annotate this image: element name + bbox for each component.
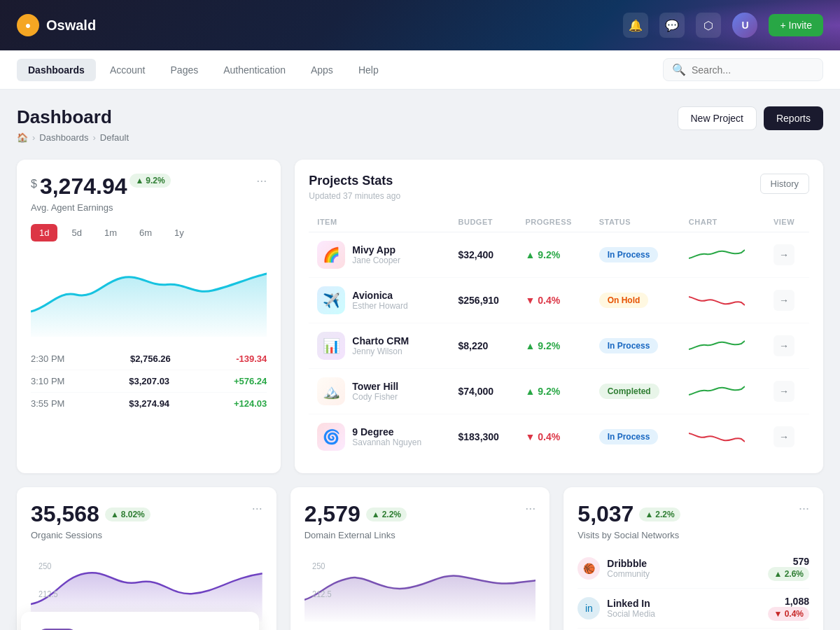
project-budget-0: $32,400 xyxy=(450,232,517,278)
nav-item-account[interactable]: Account xyxy=(99,59,157,81)
project-status-2: In Process xyxy=(591,323,680,369)
time-filters: 1d 5d 1m 6m 1y xyxy=(31,224,267,241)
social-badge-1: ▼ 0.4% xyxy=(768,607,809,621)
stat-row-1: 2:30 PM $2,756.26 -139.34 xyxy=(31,348,267,370)
topbar: ● Oswald 🔔 💬 ⬡ U + Invite xyxy=(0,0,840,50)
home-icon: 🏠 xyxy=(17,132,28,143)
project-status-3: Completed xyxy=(591,369,680,414)
filter-5d[interactable]: 5d xyxy=(63,224,90,241)
project-view-3[interactable]: → xyxy=(765,369,809,414)
stat-time-1: 2:30 PM xyxy=(31,354,64,364)
nav-item-dashboards[interactable]: Dashboards xyxy=(17,59,96,81)
project-view-1[interactable]: → xyxy=(765,278,809,323)
avatar[interactable]: U xyxy=(732,13,757,38)
stat-change-1: -139.34 xyxy=(236,354,267,364)
stat-row-2: 3:10 PM $3,207.03 +576.24 xyxy=(31,370,267,393)
projects-header: Projects Stats Updated 37 minutes ago Hi… xyxy=(309,174,809,201)
top-row: $ 3,274.94 ▲ 9.2% Avg. Agent Earnings ··… xyxy=(17,160,823,473)
projects-updated: Updated 37 minutes ago xyxy=(309,191,400,201)
share-icon[interactable]: ⬡ xyxy=(696,13,721,38)
brand-logo: ● xyxy=(17,14,39,36)
col-item: ITEM xyxy=(309,212,449,232)
table-row: ✈️ Avionica Esther Howard $256,910 ▼ 0.4… xyxy=(309,278,809,323)
project-budget-2: $8,220 xyxy=(450,323,517,369)
col-budget: BUDGET xyxy=(450,212,517,232)
svg-text:212.5: 212.5 xyxy=(312,589,332,598)
project-view-2[interactable]: → xyxy=(765,323,809,369)
new-project-button[interactable]: New Project xyxy=(678,106,757,130)
invite-button[interactable]: + Invite xyxy=(769,14,823,36)
social-count-1: 1,088 xyxy=(768,596,809,607)
external-count: 2,579 ▲ 2.2% xyxy=(304,501,407,527)
project-progress-3: ▲ 9.2% xyxy=(517,369,590,414)
stat-amount-2: $3,207.03 xyxy=(129,376,169,386)
topbar-right: 🔔 💬 ⬡ U + Invite xyxy=(623,13,823,38)
social-type-1: Social Media xyxy=(607,609,768,619)
project-progress-0: ▲ 9.2% xyxy=(517,232,590,278)
stat-amount-1: $2,756.26 xyxy=(130,354,171,364)
social-icon-1: in xyxy=(578,597,600,620)
col-status: STATUS xyxy=(591,212,680,232)
project-progress-2: ▲ 9.2% xyxy=(517,323,590,369)
project-progress-4: ▼ 0.4% xyxy=(517,414,590,460)
earnings-amount: $ 3,274.94 ▲ 9.2% xyxy=(31,174,171,200)
page-content: Dashboard 🏠 › Dashboards › Default New P… xyxy=(0,90,840,630)
history-button[interactable]: History xyxy=(760,174,809,194)
table-row: 🌀 9 Degree Savannah Nguyen $183,300 ▼ 0.… xyxy=(309,414,809,460)
sessions-badge: ▲ 8.02% xyxy=(105,507,150,522)
social-count: 5,037 ▲ 2.2% xyxy=(578,501,680,527)
projects-title: Projects Stats xyxy=(309,174,400,188)
brand: ● Oswald xyxy=(17,14,96,36)
search-icon: 🔍 xyxy=(672,63,686,76)
table-row: 📊 Charto CRM Jenny Wilson $8,220 ▲ 9.2% … xyxy=(309,323,809,369)
external-more-button[interactable]: ··· xyxy=(525,501,536,516)
external-label: Domain External Links xyxy=(304,530,407,540)
stat-change-3: +124.03 xyxy=(234,398,267,409)
stat-change-2: +576.24 xyxy=(234,376,267,386)
nav-item-authentication[interactable]: Authentication xyxy=(212,59,297,81)
social-row-dribbble: 🏀 Dribbble Community 579 ▲ 2.6% xyxy=(578,549,809,589)
search-box: 🔍 xyxy=(663,58,823,81)
chat-icon[interactable]: 💬 xyxy=(659,13,685,38)
social-card: 5,037 ▲ 2.2% Visits by Social Networks ·… xyxy=(564,487,823,630)
reports-button[interactable]: Reports xyxy=(764,106,823,130)
filter-1m[interactable]: 1m xyxy=(96,224,125,241)
social-name-1: Linked In xyxy=(607,598,768,609)
stat-time-2: 3:10 PM xyxy=(31,376,64,386)
filter-6m[interactable]: 6m xyxy=(131,224,160,241)
social-more-button[interactable]: ··· xyxy=(799,501,809,516)
filter-1y[interactable]: 1y xyxy=(166,224,192,241)
notifications-icon[interactable]: 🔔 xyxy=(623,13,648,38)
nav-item-pages[interactable]: Pages xyxy=(160,59,210,81)
project-chart-2 xyxy=(680,323,765,369)
nav-item-apps[interactable]: Apps xyxy=(300,59,344,81)
page-title-section: Dashboard 🏠 › Dashboards › Default xyxy=(17,106,129,143)
more-options-button[interactable]: ··· xyxy=(256,174,267,188)
project-item-2: 📊 Charto CRM Jenny Wilson xyxy=(309,323,449,369)
svg-text:250: 250 xyxy=(312,561,326,570)
sessions-count: 35,568 ▲ 8.02% xyxy=(31,501,150,527)
stat-rows: 2:30 PM $2,756.26 -139.34 3:10 PM $3,207… xyxy=(31,348,267,414)
social-count-0: 579 xyxy=(768,556,809,567)
search-input[interactable] xyxy=(692,64,814,76)
project-item-4: 🌀 9 Degree Savannah Nguyen xyxy=(309,414,449,460)
project-status-4: In Process xyxy=(591,414,680,460)
col-chart: CHART xyxy=(680,212,765,232)
sessions-more-button[interactable]: ··· xyxy=(252,501,262,516)
project-view-0[interactable]: → xyxy=(765,232,809,278)
svg-text:250: 250 xyxy=(38,561,52,570)
brand-name: Oswald xyxy=(46,18,96,34)
project-chart-0 xyxy=(680,232,765,278)
external-chart: 250 212.5 xyxy=(304,552,536,622)
earnings-badge-value: 9.2% xyxy=(146,176,164,186)
earnings-card: $ 3,274.94 ▲ 9.2% Avg. Agent Earnings ··… xyxy=(17,160,281,473)
breadcrumb-dashboards[interactable]: Dashboards xyxy=(39,132,88,143)
filter-1d[interactable]: 1d xyxy=(31,224,57,241)
sessions-chart: 250 212.5 xyxy=(31,552,262,622)
social-type-0: Community xyxy=(607,569,768,579)
nav-item-help[interactable]: Help xyxy=(347,59,390,81)
project-view-4[interactable]: → xyxy=(765,414,809,460)
external-badge: ▲ 2.2% xyxy=(366,507,407,522)
bottom-row: 35,568 ▲ 8.02% Organic Sessions ··· xyxy=(17,487,823,630)
table-header-row: ITEM BUDGET PROGRESS STATUS CHART VIEW xyxy=(309,212,809,232)
